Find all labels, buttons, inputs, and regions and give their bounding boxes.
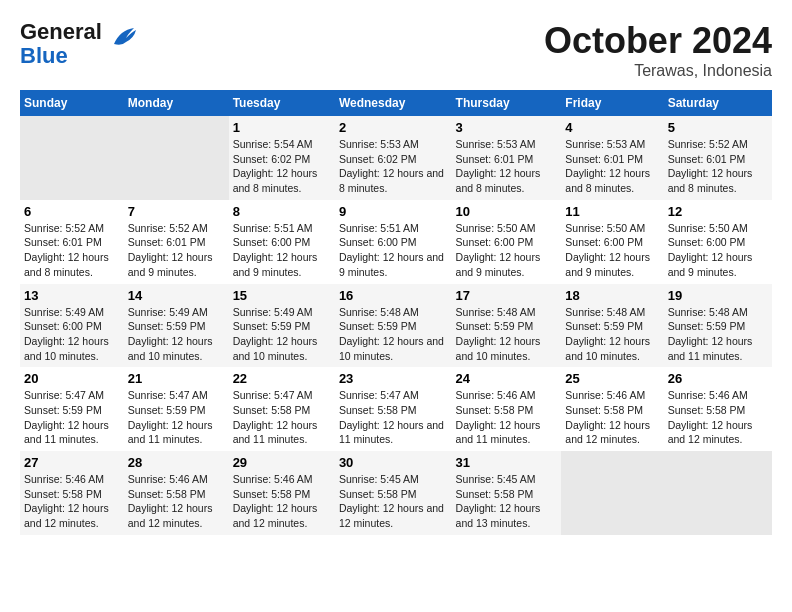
calendar-cell: 4Sunrise: 5:53 AM Sunset: 6:01 PM Daylig… xyxy=(561,116,663,200)
day-info: Sunrise: 5:50 AM Sunset: 6:00 PM Dayligh… xyxy=(456,221,558,280)
day-info: Sunrise: 5:51 AM Sunset: 6:00 PM Dayligh… xyxy=(233,221,331,280)
day-info: Sunrise: 5:48 AM Sunset: 5:59 PM Dayligh… xyxy=(565,305,659,364)
calendar-cell: 31Sunrise: 5:45 AM Sunset: 5:58 PM Dayli… xyxy=(452,451,562,535)
day-number: 3 xyxy=(456,120,558,135)
calendar-cell: 12Sunrise: 5:50 AM Sunset: 6:00 PM Dayli… xyxy=(664,200,772,284)
day-number: 14 xyxy=(128,288,225,303)
day-number: 11 xyxy=(565,204,659,219)
day-number: 29 xyxy=(233,455,331,470)
day-number: 20 xyxy=(24,371,120,386)
header-row: SundayMondayTuesdayWednesdayThursdayFrid… xyxy=(20,90,772,116)
day-number: 4 xyxy=(565,120,659,135)
day-number: 22 xyxy=(233,371,331,386)
day-number: 15 xyxy=(233,288,331,303)
day-number: 28 xyxy=(128,455,225,470)
day-info: Sunrise: 5:46 AM Sunset: 5:58 PM Dayligh… xyxy=(233,472,331,531)
day-number: 23 xyxy=(339,371,448,386)
day-info: Sunrise: 5:47 AM Sunset: 5:58 PM Dayligh… xyxy=(339,388,448,447)
day-number: 27 xyxy=(24,455,120,470)
day-info: Sunrise: 5:49 AM Sunset: 6:00 PM Dayligh… xyxy=(24,305,120,364)
day-number: 1 xyxy=(233,120,331,135)
weekday-header: Wednesday xyxy=(335,90,452,116)
calendar-cell: 17Sunrise: 5:48 AM Sunset: 5:59 PM Dayli… xyxy=(452,284,562,368)
day-info: Sunrise: 5:47 AM Sunset: 5:59 PM Dayligh… xyxy=(24,388,120,447)
page-header: General Blue October 2024 Terawas, Indon… xyxy=(20,20,772,80)
day-number: 10 xyxy=(456,204,558,219)
calendar-cell: 9Sunrise: 5:51 AM Sunset: 6:00 PM Daylig… xyxy=(335,200,452,284)
day-number: 12 xyxy=(668,204,768,219)
day-info: Sunrise: 5:51 AM Sunset: 6:00 PM Dayligh… xyxy=(339,221,448,280)
weekday-header: Friday xyxy=(561,90,663,116)
day-number: 25 xyxy=(565,371,659,386)
calendar-cell: 7Sunrise: 5:52 AM Sunset: 6:01 PM Daylig… xyxy=(124,200,229,284)
title-area: October 2024 Terawas, Indonesia xyxy=(544,20,772,80)
day-number: 16 xyxy=(339,288,448,303)
day-number: 2 xyxy=(339,120,448,135)
logo: General Blue xyxy=(20,20,138,68)
calendar-table: SundayMondayTuesdayWednesdayThursdayFrid… xyxy=(20,90,772,535)
day-number: 8 xyxy=(233,204,331,219)
day-info: Sunrise: 5:52 AM Sunset: 6:01 PM Dayligh… xyxy=(128,221,225,280)
calendar-cell: 5Sunrise: 5:52 AM Sunset: 6:01 PM Daylig… xyxy=(664,116,772,200)
day-info: Sunrise: 5:47 AM Sunset: 5:59 PM Dayligh… xyxy=(128,388,225,447)
calendar-cell: 21Sunrise: 5:47 AM Sunset: 5:59 PM Dayli… xyxy=(124,367,229,451)
day-info: Sunrise: 5:52 AM Sunset: 6:01 PM Dayligh… xyxy=(668,137,768,196)
day-info: Sunrise: 5:48 AM Sunset: 5:59 PM Dayligh… xyxy=(456,305,558,364)
calendar-cell: 23Sunrise: 5:47 AM Sunset: 5:58 PM Dayli… xyxy=(335,367,452,451)
day-number: 30 xyxy=(339,455,448,470)
calendar-week-row: 20Sunrise: 5:47 AM Sunset: 5:59 PM Dayli… xyxy=(20,367,772,451)
day-info: Sunrise: 5:49 AM Sunset: 5:59 PM Dayligh… xyxy=(128,305,225,364)
weekday-header: Saturday xyxy=(664,90,772,116)
calendar-cell: 22Sunrise: 5:47 AM Sunset: 5:58 PM Dayli… xyxy=(229,367,335,451)
day-info: Sunrise: 5:47 AM Sunset: 5:58 PM Dayligh… xyxy=(233,388,331,447)
calendar-cell: 18Sunrise: 5:48 AM Sunset: 5:59 PM Dayli… xyxy=(561,284,663,368)
location-subtitle: Terawas, Indonesia xyxy=(544,62,772,80)
day-number: 26 xyxy=(668,371,768,386)
calendar-cell xyxy=(20,116,124,200)
day-info: Sunrise: 5:46 AM Sunset: 5:58 PM Dayligh… xyxy=(565,388,659,447)
calendar-cell: 8Sunrise: 5:51 AM Sunset: 6:00 PM Daylig… xyxy=(229,200,335,284)
calendar-week-row: 6Sunrise: 5:52 AM Sunset: 6:01 PM Daylig… xyxy=(20,200,772,284)
day-info: Sunrise: 5:46 AM Sunset: 5:58 PM Dayligh… xyxy=(668,388,768,447)
day-info: Sunrise: 5:53 AM Sunset: 6:01 PM Dayligh… xyxy=(565,137,659,196)
logo-general: General xyxy=(20,19,102,44)
day-number: 19 xyxy=(668,288,768,303)
calendar-cell: 28Sunrise: 5:46 AM Sunset: 5:58 PM Dayli… xyxy=(124,451,229,535)
calendar-week-row: 13Sunrise: 5:49 AM Sunset: 6:00 PM Dayli… xyxy=(20,284,772,368)
day-number: 7 xyxy=(128,204,225,219)
day-number: 24 xyxy=(456,371,558,386)
day-info: Sunrise: 5:50 AM Sunset: 6:00 PM Dayligh… xyxy=(565,221,659,280)
calendar-cell: 16Sunrise: 5:48 AM Sunset: 5:59 PM Dayli… xyxy=(335,284,452,368)
day-number: 6 xyxy=(24,204,120,219)
calendar-cell: 2Sunrise: 5:53 AM Sunset: 6:02 PM Daylig… xyxy=(335,116,452,200)
day-info: Sunrise: 5:54 AM Sunset: 6:02 PM Dayligh… xyxy=(233,137,331,196)
day-info: Sunrise: 5:45 AM Sunset: 5:58 PM Dayligh… xyxy=(339,472,448,531)
calendar-cell: 26Sunrise: 5:46 AM Sunset: 5:58 PM Dayli… xyxy=(664,367,772,451)
day-number: 31 xyxy=(456,455,558,470)
calendar-cell: 25Sunrise: 5:46 AM Sunset: 5:58 PM Dayli… xyxy=(561,367,663,451)
weekday-header: Sunday xyxy=(20,90,124,116)
calendar-cell: 13Sunrise: 5:49 AM Sunset: 6:00 PM Dayli… xyxy=(20,284,124,368)
calendar-cell xyxy=(561,451,663,535)
weekday-header: Tuesday xyxy=(229,90,335,116)
logo-bird-icon xyxy=(106,26,138,48)
calendar-cell: 3Sunrise: 5:53 AM Sunset: 6:01 PM Daylig… xyxy=(452,116,562,200)
day-info: Sunrise: 5:53 AM Sunset: 6:02 PM Dayligh… xyxy=(339,137,448,196)
calendar-cell xyxy=(664,451,772,535)
day-number: 21 xyxy=(128,371,225,386)
calendar-cell: 14Sunrise: 5:49 AM Sunset: 5:59 PM Dayli… xyxy=(124,284,229,368)
day-info: Sunrise: 5:46 AM Sunset: 5:58 PM Dayligh… xyxy=(456,388,558,447)
calendar-cell: 11Sunrise: 5:50 AM Sunset: 6:00 PM Dayli… xyxy=(561,200,663,284)
calendar-week-row: 27Sunrise: 5:46 AM Sunset: 5:58 PM Dayli… xyxy=(20,451,772,535)
day-info: Sunrise: 5:49 AM Sunset: 5:59 PM Dayligh… xyxy=(233,305,331,364)
day-info: Sunrise: 5:46 AM Sunset: 5:58 PM Dayligh… xyxy=(24,472,120,531)
calendar-cell: 1Sunrise: 5:54 AM Sunset: 6:02 PM Daylig… xyxy=(229,116,335,200)
day-number: 9 xyxy=(339,204,448,219)
month-title: October 2024 xyxy=(544,20,772,62)
day-info: Sunrise: 5:48 AM Sunset: 5:59 PM Dayligh… xyxy=(668,305,768,364)
day-info: Sunrise: 5:50 AM Sunset: 6:00 PM Dayligh… xyxy=(668,221,768,280)
calendar-cell: 19Sunrise: 5:48 AM Sunset: 5:59 PM Dayli… xyxy=(664,284,772,368)
day-info: Sunrise: 5:45 AM Sunset: 5:58 PM Dayligh… xyxy=(456,472,558,531)
day-info: Sunrise: 5:46 AM Sunset: 5:58 PM Dayligh… xyxy=(128,472,225,531)
calendar-cell: 15Sunrise: 5:49 AM Sunset: 5:59 PM Dayli… xyxy=(229,284,335,368)
